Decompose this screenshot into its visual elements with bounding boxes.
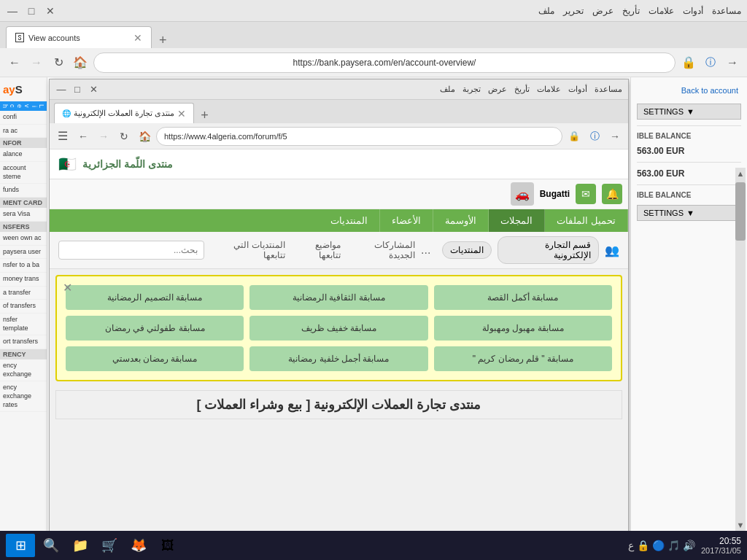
- back-to-account-link[interactable]: Back to account: [637, 83, 741, 98]
- outer-tab-bar: 🅂 View accounts ✕ +: [0, 22, 747, 48]
- sidebar-nsfer-template[interactable]: nsfer template: [0, 314, 47, 335]
- inner-maximize-button[interactable]: □: [71, 84, 83, 96]
- inner-menu-tahrer[interactable]: تجربة: [462, 85, 481, 94]
- inner-menu-icon[interactable]: ☰: [54, 128, 71, 145]
- forum-bell-icon[interactable]: 🔔: [602, 184, 622, 204]
- competition-item-7[interactable]: مسابقة أجمل خلفية رمضانية: [249, 346, 427, 371]
- sidebar-of-transfers[interactable]: of transfers: [0, 300, 47, 314]
- forum-secondary-my-forums[interactable]: المنتديات التي تتابعها: [210, 240, 285, 260]
- sidebar-money-trans[interactable]: money trans: [0, 273, 47, 287]
- nav-item-awsima[interactable]: الأوسمة: [433, 209, 489, 232]
- inner-back-icon[interactable]: ←: [74, 128, 92, 145]
- sidebar-sera-visa[interactable]: sera Visa: [0, 208, 47, 222]
- inner-minimize-button[interactable]: —: [55, 84, 67, 96]
- inner-info-icon: ⓘ: [586, 128, 603, 145]
- minimize-button[interactable]: —: [6, 4, 19, 18]
- start-button[interactable]: ⊞: [6, 534, 35, 557]
- outer-title-bar: مساعدة أدوات علامات تأريخ عرض تحرير ملف …: [0, 0, 747, 22]
- forward-icon[interactable]: →: [28, 54, 45, 71]
- notification-close-button[interactable]: ✕: [63, 281, 72, 295]
- sidebar-account-stmt[interactable]: account steme: [0, 162, 47, 184]
- paysera-right-panel: Back to account SETTINGS ▼ IBLE BALANCE …: [630, 77, 747, 560]
- photos-icon[interactable]: 🖼: [155, 534, 181, 557]
- forum-search-input[interactable]: [58, 241, 204, 260]
- settings-button-1[interactable]: SETTINGS ▼: [637, 104, 741, 120]
- nav-item-forums[interactable]: المنتديات: [319, 209, 380, 232]
- forum-subsection-title[interactable]: قسم التجارة الإلكترونية: [498, 236, 599, 264]
- inner-active-tab[interactable]: 🌐 منتدى تجارة العملات الإلكترونية ✕: [54, 103, 194, 123]
- competition-item-3[interactable]: مسابقة طفولتي في رمضان: [66, 316, 244, 341]
- competition-item-4[interactable]: مسابقة خفيف ظريف: [249, 316, 427, 341]
- back-icon[interactable]: ←: [6, 54, 23, 71]
- firefox-icon[interactable]: 🦊: [125, 534, 152, 557]
- store-icon[interactable]: 🛒: [96, 534, 123, 557]
- inner-menu-alamat[interactable]: علامات: [537, 85, 561, 94]
- forum-secondary-following-topics[interactable]: مواضيع تتابعها: [291, 240, 341, 260]
- inner-tab-title: منتدى تجارة العملات الإلكترونية: [74, 109, 174, 118]
- sidebar-ency-rates[interactable]: ency exchange rates: [0, 381, 47, 412]
- competition-item-1[interactable]: مسابقة الثقافية الرمضانية: [249, 285, 427, 310]
- inner-menu-adawat[interactable]: أدوات: [568, 85, 587, 94]
- home-icon[interactable]: 🏠: [71, 54, 89, 71]
- forum-username: Bugatti: [540, 189, 570, 199]
- sidebar-balance[interactable]: alance: [0, 148, 47, 162]
- outer-tab-close[interactable]: ✕: [133, 32, 142, 44]
- inner-tab-close[interactable]: ✕: [177, 108, 186, 120]
- sidebar-confi[interactable]: confi: [0, 111, 47, 125]
- inner-menu-tarikh[interactable]: تأريخ: [514, 85, 530, 94]
- inner-menu-ard[interactable]: عرض: [488, 85, 507, 94]
- sidebar-paysera-user[interactable]: paysera user: [0, 246, 47, 260]
- sidebar-rency: RENCY: [0, 349, 47, 359]
- outer-address-bar[interactable]: https://bank.paysera.com/en/account-over…: [93, 52, 676, 73]
- inner-forward-icon[interactable]: →: [95, 128, 112, 145]
- inner-refresh-icon[interactable]: ↻: [115, 128, 133, 145]
- inner-menu-file[interactable]: ملف: [440, 85, 455, 94]
- inner-menu-mosaaada[interactable]: مساعدة: [595, 85, 622, 94]
- nav-item-download[interactable]: تحميل الملفات: [545, 209, 628, 232]
- menu-ard[interactable]: عرض: [592, 6, 614, 16]
- sidebar-bank-transfer[interactable]: nsfer to a ba: [0, 259, 47, 273]
- nav-item-majallat[interactable]: المجلات: [489, 209, 545, 232]
- livechat-widget[interactable]: Livechat: [0, 101, 47, 111]
- menu-tarikh[interactable]: تأريخ: [622, 6, 640, 16]
- taskbar-right-area: ع 🔒 🔵 🎵 🔊 20:55 2017/31/05: [628, 536, 741, 555]
- forum-main-nav: تحميل الملفات المجلات الأوسمة الأعضاء ال…: [50, 209, 628, 232]
- menu-tahrer[interactable]: تحرير: [563, 6, 584, 16]
- search-taskbar-icon[interactable]: 🔍: [38, 534, 64, 557]
- sidebar-ra-ac[interactable]: ra ac: [0, 125, 47, 139]
- sidebar-nfor: NFOR: [0, 138, 47, 148]
- nav-item-members[interactable]: الأعضاء: [380, 209, 433, 232]
- forum-secondary-new-posts[interactable]: المشاركات الجديدة: [347, 240, 416, 260]
- sidebar-ency-exchange[interactable]: ency exchange: [0, 359, 47, 381]
- sidebar-ort-transfers[interactable]: ort transfers: [0, 335, 47, 349]
- competition-item-5[interactable]: مسابقة مهبول ومهبولة: [434, 316, 612, 341]
- forum-sub-label[interactable]: المنتديات: [442, 241, 492, 259]
- new-tab-button[interactable]: +: [155, 33, 171, 48]
- inner-nav-right-icon[interactable]: →: [606, 128, 624, 145]
- sidebar-a-transfer[interactable]: a transfer: [0, 287, 47, 300]
- settings-button-2[interactable]: SETTINGS ▼: [637, 205, 741, 221]
- menu-alamat[interactable]: علامات: [649, 6, 674, 16]
- sidebar-funds[interactable]: funds: [0, 184, 47, 198]
- panel-divider-3: [637, 184, 741, 185]
- forum-message-icon[interactable]: ✉: [576, 184, 596, 204]
- menu-adawat[interactable]: أدوات: [683, 6, 703, 16]
- outer-active-tab[interactable]: 🅂 View accounts ✕: [6, 26, 152, 48]
- competition-item-6[interactable]: مسابقة رمضان بعدستي: [66, 346, 244, 371]
- inner-address-bar[interactable]: https://www.4algeria.com/forum/f/5: [156, 127, 562, 146]
- menu-mosaaada[interactable]: مساعدة: [712, 6, 741, 16]
- next-icon[interactable]: →: [724, 54, 741, 71]
- file-explorer-icon[interactable]: 📁: [67, 534, 93, 557]
- competition-item-2[interactable]: مسابقة أكمل القصة: [434, 285, 612, 310]
- inner-close-button[interactable]: ✕: [88, 84, 99, 96]
- balance-amount-2: 563.00 EUR: [637, 168, 741, 179]
- menu-file[interactable]: ملف: [538, 6, 554, 16]
- competition-item-0[interactable]: مسابقة التصميم الرمضانية: [66, 285, 244, 310]
- competition-item-8[interactable]: مسابقة " قلم رمضان كريم ": [434, 346, 612, 371]
- inner-home-icon[interactable]: 🏠: [136, 128, 153, 145]
- maximize-button[interactable]: □: [25, 4, 38, 18]
- close-button[interactable]: ✕: [44, 4, 57, 18]
- inner-new-tab-button[interactable]: +: [196, 108, 213, 123]
- sidebar-ween-own[interactable]: ween own ac: [0, 232, 47, 246]
- refresh-icon[interactable]: ↻: [50, 54, 67, 71]
